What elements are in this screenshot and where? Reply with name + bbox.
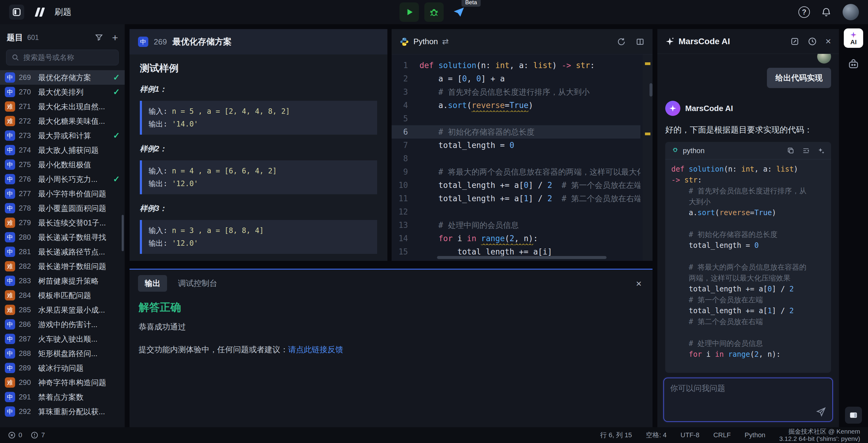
sidebar-scrollbar[interactable] — [122, 215, 124, 251]
code-line[interactable]: 2 a = [0, 0] + a — [392, 72, 641, 85]
close-ai-icon[interactable]: × — [825, 36, 831, 47]
errors-status[interactable]: 0 — [8, 431, 22, 439]
ai-chat-input[interactable] — [670, 383, 810, 416]
list-item[interactable]: 中276最小周长巧克力...✓ — [0, 172, 125, 186]
history-icon[interactable] — [808, 37, 817, 46]
cursor-position[interactable]: 行 6, 列 15 — [600, 431, 632, 440]
list-item[interactable]: 中270最大优美排列✓ — [0, 85, 125, 99]
horizontal-scrollbar[interactable] — [437, 256, 607, 259]
editor-layout-icon[interactable] — [636, 37, 645, 46]
problem-title: 模板串匹配问题 — [38, 290, 120, 300]
editor-panel: Python ⇄ 1def solution(n: int, a: list) … — [392, 29, 652, 261]
apply-code-icon[interactable] — [817, 147, 825, 155]
user-avatar[interactable] — [843, 4, 859, 20]
submit-button[interactable]: Beta — [449, 2, 468, 22]
list-item[interactable]: 中291禁着点方案数 — [0, 390, 125, 404]
output-body: 解答正确 恭喜成功通过 提交功能内测体验中，任何问题或者建议：请点此链接反馈 — [129, 294, 652, 361]
tab-debug-console[interactable]: 调试控制台 — [178, 278, 217, 289]
code-line[interactable]: 12 — [392, 205, 641, 219]
list-item[interactable]: 难285水果店果篮最小成... — [0, 303, 125, 317]
insert-code-icon[interactable] — [802, 147, 810, 155]
sidebar-toggle-button[interactable] — [9, 4, 24, 20]
list-item[interactable]: 中280最长递减子数组寻找 — [0, 230, 125, 245]
panel-toggle-button[interactable] — [845, 407, 862, 424]
tab-output[interactable]: 输出 — [138, 275, 167, 292]
indentation[interactable]: 空格: 4 — [646, 431, 666, 440]
problem-number: 270 — [19, 88, 34, 96]
code-line[interactable]: 4 a.sort(reverse=True) — [392, 99, 641, 112]
code-line[interactable]: 9 # 将最大的两个会员信息放在容器的两端，这样可以最大化压缩效果 — [392, 165, 641, 179]
sample-label: 样例3： — [140, 203, 377, 213]
notifications-icon[interactable] — [821, 7, 832, 18]
problem-number: 274 — [19, 146, 34, 154]
send-icon[interactable] — [816, 407, 826, 417]
filter-icon[interactable] — [94, 33, 103, 42]
line-number: 14 — [392, 232, 420, 245]
list-item[interactable]: 中274最大敌人捕获问题 — [0, 143, 125, 157]
list-item[interactable]: 中278最小覆盖圆面积问题 — [0, 201, 125, 216]
reset-code-icon[interactable] — [617, 37, 626, 46]
language-switch-icon[interactable]: ⇄ — [442, 37, 449, 46]
problem-number: 286 — [19, 320, 34, 328]
difficulty-badge: 中 — [5, 203, 15, 213]
sample-label: 样例2： — [140, 144, 377, 154]
code-line[interactable]: 13 # 处理中间的会员信息 — [392, 219, 641, 232]
ai-launcher-button[interactable]: AI — [844, 28, 863, 48]
interpreter-version[interactable]: 3.12.2 64-bit ('shims': pyenv) — [779, 435, 860, 442]
problem-number: 269 — [154, 37, 167, 46]
list-item[interactable]: 中289破冰行动问题 — [0, 361, 125, 375]
help-icon[interactable]: ? — [798, 6, 810, 18]
code-line[interactable]: 7 total_length = 0 — [392, 138, 641, 152]
list-item[interactable]: 难290神奇字符串构造问题 — [0, 375, 125, 390]
list-item[interactable]: 中292算珠重新分配以获... — [0, 404, 125, 419]
problem-title: 算珠重新分配以获... — [38, 407, 120, 417]
list-item[interactable]: 难279最长连续交替01子... — [0, 216, 125, 230]
list-item[interactable]: 中281最长递减路径节点... — [0, 245, 125, 259]
editor-language-tab[interactable]: Python — [413, 37, 438, 46]
sample-output: 输出: '12.0' — [149, 177, 370, 190]
difficulty-badge: 难 — [5, 116, 15, 126]
problem-title: 最长连续交替01子... — [38, 218, 120, 228]
list-item[interactable]: 难272最大化糖果美味值... — [0, 114, 125, 128]
list-item[interactable]: 难271最大化未出现自然... — [0, 99, 125, 114]
code-line[interactable]: 3 # 首先对会员信息长度进行排序，从大到小 — [392, 85, 641, 99]
run-button[interactable] — [400, 2, 419, 22]
add-icon[interactable]: + — [112, 32, 118, 43]
code-line[interactable]: 10 total_length += a[0] / 2 # 第一个会员放在左端 — [392, 179, 641, 192]
new-chat-icon[interactable] — [790, 37, 799, 46]
list-item[interactable]: 中283树苗健康提升策略 — [0, 274, 125, 288]
line-number: 10 — [392, 179, 420, 192]
list-item[interactable]: 中277最小字符串价值问题 — [0, 186, 125, 201]
line-number: 4 — [392, 99, 420, 112]
vertical-scrollbar[interactable] — [650, 83, 652, 97]
list-item[interactable]: 中287火车驶入驶出顺... — [0, 331, 125, 346]
list-item[interactable]: 中288矩形棋盘路径问... — [0, 346, 125, 361]
search-input[interactable] — [23, 53, 117, 62]
copy-code-icon[interactable] — [787, 147, 795, 155]
secondary-tool-icon[interactable] — [847, 58, 860, 70]
list-item[interactable]: 中269最优化存储方案✓ — [0, 70, 125, 85]
list-item[interactable]: 中286游戏中的伤害计... — [0, 317, 125, 331]
list-item[interactable]: 中273最大异或和计算✓ — [0, 128, 125, 143]
eol-sequence[interactable]: CRLF — [713, 431, 731, 439]
code-line[interactable]: 14 for i in range(2, n): — [392, 232, 641, 245]
code-line[interactable]: 11 total_length += a[1] / 2 # 第二个会员放在右端 — [392, 192, 641, 205]
debug-button[interactable] — [424, 2, 444, 22]
problem-number: 272 — [19, 117, 34, 125]
list-item[interactable]: 难282最长递增子数组问题 — [0, 259, 125, 274]
feedback-link[interactable]: 请点此链接反馈 — [288, 345, 343, 354]
problem-sidebar: 题目 601 + 中269最优化存储方案✓中270最大优美排列✓难271最大化未… — [0, 24, 125, 427]
code-editor[interactable]: 1def solution(n: int, a: list) -> str:2 … — [392, 55, 652, 261]
ai-chat-input-box[interactable] — [663, 378, 833, 422]
code-line[interactable]: 1def solution(n: int, a: list) -> str: — [392, 59, 641, 72]
warnings-status[interactable]: 7 — [31, 431, 45, 439]
language-mode[interactable]: Python — [745, 431, 766, 439]
minimap-warning-marker — [645, 62, 650, 65]
code-line[interactable]: 6 # 初始化存储容器的总长度 — [392, 125, 641, 138]
code-line[interactable]: 5 — [392, 112, 641, 125]
list-item[interactable]: 中275最小化数组极值 — [0, 157, 125, 172]
code-line[interactable]: 8 — [392, 152, 641, 165]
close-output-icon[interactable]: × — [636, 278, 642, 289]
list-item[interactable]: 难284模板串匹配问题 — [0, 288, 125, 303]
encoding[interactable]: UTF-8 — [681, 431, 700, 439]
